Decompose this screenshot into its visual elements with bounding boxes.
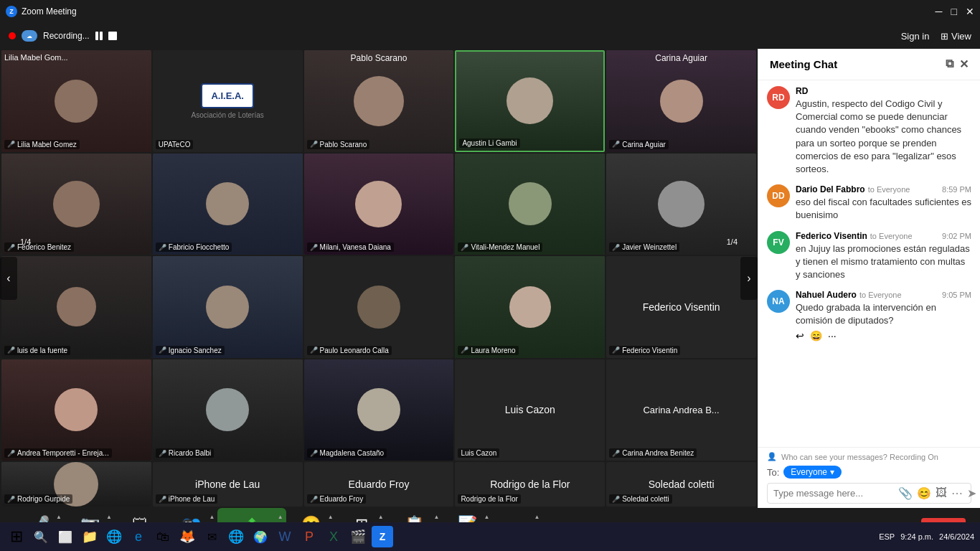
file-explorer-icon[interactable]: 📁 (79, 526, 100, 547)
close-button[interactable]: ✕ (966, 6, 974, 17)
chat-messages: RD RD Agustin, respecto del Codigo Civil… (758, 80, 980, 447)
zoom-taskbar-icon[interactable]: Z (372, 526, 393, 547)
chat-time-3: 9:05 PM (942, 291, 971, 299)
more-icon[interactable]: ··· (828, 330, 837, 342)
chat-input[interactable] (773, 488, 894, 499)
video-cell-soledad[interactable]: Soledad coletti 🎤 Soledad coletti (606, 462, 756, 507)
popout-icon[interactable]: ⧉ (946, 57, 953, 71)
participant-name-agustin: Agustin Li Gambi (459, 138, 519, 148)
store-icon[interactable]: 🛍 (152, 526, 174, 547)
video-cell-pablo[interactable]: Pablo Scarano 🎤 Pablo Scarano (304, 50, 454, 152)
video-cell-luis-c[interactable]: Luis Cazon Luis Cazon (455, 359, 605, 461)
participant-display-carina-a: Carina Aguiar (655, 53, 707, 63)
search-taskbar-button[interactable]: 🔍 (30, 526, 52, 547)
video-cell-alea[interactable]: A.I.E.A. Asociación de Loterías UPATeCO (153, 50, 303, 152)
video-cell-milani[interactable]: 🎤 Milani, Vanesa Daiana (304, 154, 454, 255)
participant-display-carina-b: Carina Andrea B... (643, 405, 719, 415)
chat-avatar-2: FV (767, 231, 790, 254)
chat-title: Meeting Chat (770, 58, 837, 70)
reply-icon[interactable]: ↩ (796, 330, 804, 342)
video-cell-federico-v[interactable]: Federico Visentin 🎤 Federico Visentin (606, 256, 756, 358)
chat-input-row[interactable]: 📎 😊 🖼 ⋯ ➤ (767, 483, 971, 504)
video-cell-paulo[interactable]: 🎤 Paulo Leonardo Calla (304, 256, 454, 358)
participant-name-luis-f: 🎤 luis de la fuente (4, 346, 70, 355)
video-cell-lilia[interactable]: 🎤 Lilia Mabel Gomez Lilia Mabel Gom... (1, 50, 151, 152)
more-options-icon[interactable]: ⋯ (951, 486, 963, 500)
participant-name-magdalena: 🎤 Magdalena Castaño (307, 448, 387, 458)
pause-button[interactable] (95, 32, 103, 40)
chat-sender-2: Federico Visentin (796, 231, 867, 241)
video-cell-iphone[interactable]: iPhone de Lau 🎤 iPhone de Lau (153, 462, 303, 507)
chat-text-0: Agustin, respecto del Codigo Civil y Com… (796, 98, 971, 176)
participants-chevron-icon[interactable]: ▲ (209, 514, 215, 520)
notes-chevron-icon[interactable]: ▲ (484, 514, 490, 520)
video-cell-laura[interactable]: 🎤 Laura Moreno (455, 256, 605, 358)
file-icon[interactable]: 📎 (898, 486, 913, 500)
share-chevron-icon[interactable]: ▲ (278, 514, 283, 520)
stop-button[interactable] (108, 32, 117, 40)
video-cell-luis-f[interactable]: 🎤 luis de la fuente (1, 256, 151, 358)
visibility-text: Who can see your messages? Recording On (781, 453, 938, 461)
taskview-button[interactable]: ⬜ (55, 526, 76, 547)
firefox-icon[interactable]: 🦊 (176, 526, 198, 547)
chrome-icon[interactable]: 🌐 (225, 526, 247, 547)
mail-icon[interactable]: ✉ (201, 526, 222, 547)
reactions-chevron-icon[interactable]: ▲ (328, 514, 334, 520)
video-cell-fabricio[interactable]: 🎤 Fabricio Fiocchetto (153, 154, 303, 255)
more-chevron-icon[interactable]: ▲ (534, 514, 540, 520)
emoji-icon[interactable]: 😄 (810, 330, 822, 342)
participant-name-rodrigo-f: Rodrigo de la Flor (458, 494, 520, 504)
chat-message-header-1: Dario Del Fabbro to Everyone 8:59 PM (796, 184, 971, 194)
participant-name-federico-b: 🎤 Federico Benitez (4, 242, 74, 252)
video-cell-ricardo[interactable]: 🎤 Ricardo Balbi (153, 359, 303, 461)
recording-right: Sign in ⊞ View (901, 31, 971, 42)
minimize-button[interactable]: ─ (936, 6, 943, 17)
emoji-input-icon[interactable]: 😊 (917, 486, 931, 500)
video-cell-magdalena[interactable]: 🎤 Magdalena Castaño (304, 359, 454, 461)
participant-name-ignacio: 🎤 Ignacio Sanchez (156, 346, 225, 355)
whiteboards-chevron-icon[interactable]: ▲ (434, 514, 440, 520)
word-icon[interactable]: W (274, 526, 296, 547)
taskbar-language: ESP (879, 532, 895, 541)
chat-text-1: eso del fiscal con facultades suficiente… (796, 196, 971, 222)
video-chevron-icon[interactable]: ▲ (106, 514, 112, 520)
chrome2-icon[interactable]: 🌍 (250, 526, 271, 547)
window-controls[interactable]: ─ □ ✕ (936, 6, 974, 17)
chat-time-2: 9:02 PM (942, 232, 971, 240)
video-cell-vitali[interactable]: 🎤 Vitali-Mendez Manuel (455, 154, 605, 255)
next-page-button[interactable]: › (740, 257, 758, 300)
send-icon[interactable]: ➤ (967, 486, 976, 500)
video-cell-carina-a[interactable]: Carina Aguiar 🎤 Carina Aguiar (606, 50, 756, 152)
image-icon[interactable]: 🖼 (936, 486, 947, 500)
participant-name-carina-b: 🎤 Carina Andrea Benitez (609, 448, 697, 458)
start-button[interactable]: ⊞ (6, 526, 27, 547)
video-cell-ignacio[interactable]: 🎤 Ignacio Sanchez (153, 256, 303, 358)
powerpoint-icon[interactable]: P (298, 526, 320, 547)
edge-icon[interactable]: 🌐 (103, 526, 125, 547)
chat-visibility: 👤 Who can see your messages? Recording O… (767, 452, 971, 461)
maximize-button[interactable]: □ (951, 6, 957, 17)
page-indicator-right: 1/4 (727, 237, 738, 246)
video-cell-rodrigo-g[interactable]: 🎤 Rodrigo Gurpide (1, 462, 151, 507)
video-cell-rodrigo-f[interactable]: Rodrigo de la Flor Rodrigo de la Flor (455, 462, 605, 507)
title-bar-left: Z Zoom Meeting (6, 6, 77, 17)
sign-in-button[interactable]: Sign in (901, 31, 930, 42)
close-chat-icon[interactable]: ✕ (959, 57, 969, 71)
chat-to-1: to Everyone (868, 185, 910, 194)
video-cell-carina-b[interactable]: Carina Andrea B... 🎤 Carina Andrea Benit… (606, 359, 756, 461)
prev-page-button[interactable]: ‹ (0, 257, 17, 300)
apps-chevron-icon[interactable]: ▲ (378, 514, 384, 520)
mute-chevron-icon[interactable]: ▲ (56, 514, 62, 520)
everyone-button[interactable]: Everyone ▾ (783, 466, 842, 479)
excel-icon[interactable]: X (323, 526, 344, 547)
view-button[interactable]: ⊞ View (941, 31, 971, 42)
video-cell-eduardo[interactable]: Eduardo Froy 🎤 Eduardo Froy (304, 462, 454, 507)
video-taskbar-icon[interactable]: 🎬 (347, 526, 369, 547)
participant-name-iphone: 🎤 iPhone de Lau (156, 494, 218, 504)
chat-reactions-bar-3[interactable]: ↩ 😄 ··· (796, 330, 971, 342)
video-cell-agustin[interactable]: Agustin Li Gambi (455, 50, 605, 152)
ie-icon[interactable]: e (128, 526, 149, 547)
video-cell-andrea[interactable]: 🎤 Andrea Temporetti - Enreja... (1, 359, 151, 461)
chat-header-icons[interactable]: ⧉ ✕ (946, 57, 969, 71)
chat-sender-3: Nahuel Audero (796, 290, 857, 300)
